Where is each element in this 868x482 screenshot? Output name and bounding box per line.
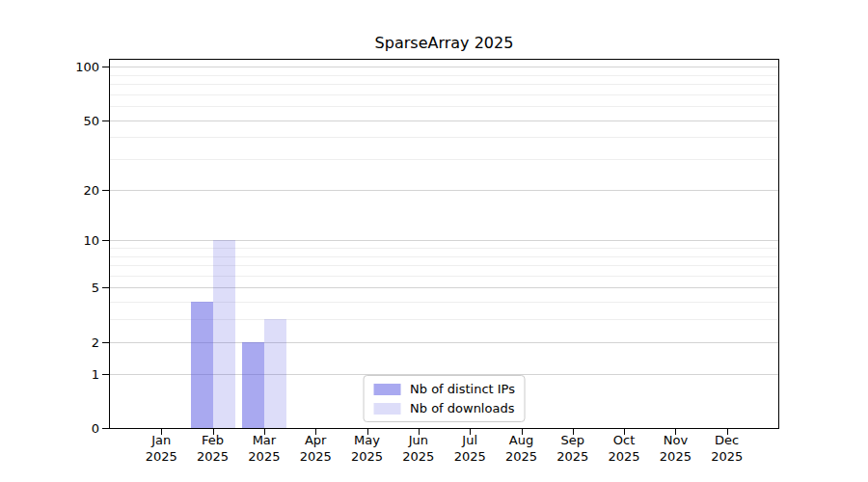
x-tick-year: 2025 <box>300 448 332 465</box>
major-gridline <box>110 240 778 241</box>
bar-mar-s0 <box>242 342 264 428</box>
bar-feb-s0 <box>191 302 213 428</box>
x-tick-month: Oct <box>609 432 640 448</box>
x-tick-label: Jan2025 <box>146 432 177 465</box>
y-tick-label: 10 <box>0 233 99 248</box>
x-tick-year: 2025 <box>248 448 280 465</box>
legend-swatch <box>373 403 400 415</box>
x-tick-label: Oct2025 <box>609 432 640 465</box>
major-gridline <box>110 190 778 191</box>
y-tick-mark <box>102 374 109 375</box>
x-tick-month: Feb <box>197 432 229 448</box>
y-tick-mark <box>102 67 109 67</box>
y-tick-mark <box>102 428 109 429</box>
x-tick-month: Sep <box>556 432 588 448</box>
x-tick-label: Apr2025 <box>300 432 332 465</box>
x-tick-month: Dec <box>711 432 743 448</box>
x-tick-year: 2025 <box>609 448 640 465</box>
minor-gridline <box>110 137 778 138</box>
x-tick-year: 2025 <box>197 448 229 465</box>
y-tick-label: 100 <box>0 60 99 74</box>
x-tick-year: 2025 <box>711 448 743 465</box>
x-tick-year: 2025 <box>146 448 177 465</box>
x-tick-label: Sep2025 <box>556 432 588 465</box>
x-tick-label: Mar2025 <box>248 432 280 465</box>
chart-title: SparseArray 2025 <box>109 34 779 52</box>
x-tick-year: 2025 <box>660 448 692 465</box>
x-tick-label: Aug2025 <box>505 432 537 465</box>
x-tick-month: Aug <box>505 432 537 448</box>
minor-gridline <box>110 75 778 76</box>
x-tick-month: Nov <box>660 432 692 448</box>
y-tick-label: 2 <box>0 335 99 349</box>
legend-label: Nb of distinct IPs <box>410 382 515 396</box>
minor-gridline <box>110 248 778 249</box>
major-gridline <box>110 287 778 288</box>
y-tick-label: 0 <box>0 421 99 436</box>
x-tick-label: Feb2025 <box>197 432 229 465</box>
minor-gridline <box>110 106 778 107</box>
bar-feb-s1 <box>213 240 235 428</box>
minor-gridline <box>110 256 778 257</box>
y-tick-label: 5 <box>0 281 99 295</box>
minor-gridline <box>110 159 778 160</box>
chart-figure: SparseArray 2025 Nb of distinct IPsNb of… <box>0 0 868 482</box>
legend-entry: Nb of downloads <box>373 401 515 415</box>
minor-gridline <box>110 84 778 85</box>
y-tick-mark <box>102 120 109 121</box>
minor-gridline <box>110 265 778 266</box>
x-tick-month: Jul <box>454 432 486 448</box>
y-tick-mark <box>102 342 109 343</box>
minor-gridline <box>110 94 778 95</box>
x-tick-month: May <box>351 432 383 448</box>
x-tick-year: 2025 <box>454 448 486 465</box>
y-tick-mark <box>102 240 109 241</box>
x-tick-label: May2025 <box>351 432 383 465</box>
y-tick-mark <box>102 190 109 191</box>
x-tick-label: Dec2025 <box>711 432 743 465</box>
legend-swatch <box>373 384 400 395</box>
x-tick-month: Mar <box>248 432 280 448</box>
x-tick-year: 2025 <box>402 448 434 465</box>
y-tick-label: 20 <box>0 182 99 197</box>
major-gridline <box>110 120 778 121</box>
x-tick-year: 2025 <box>351 448 383 465</box>
x-tick-label: Nov2025 <box>660 432 692 465</box>
legend-entry: Nb of distinct IPs <box>373 382 515 396</box>
y-tick-mark <box>102 287 109 288</box>
legend: Nb of distinct IPsNb of downloads <box>363 375 526 422</box>
legend-label: Nb of downloads <box>410 401 514 415</box>
x-tick-label: Jun2025 <box>402 432 434 465</box>
x-tick-month: Apr <box>300 432 332 448</box>
x-tick-year: 2025 <box>556 448 588 465</box>
plot-area: Nb of distinct IPsNb of downloads <box>109 59 779 429</box>
major-gridline <box>110 67 778 67</box>
x-tick-year: 2025 <box>505 448 537 465</box>
y-tick-label: 1 <box>0 366 99 381</box>
x-tick-month: Jun <box>402 432 434 448</box>
x-tick-label: Jul2025 <box>454 432 486 465</box>
y-tick-label: 50 <box>0 113 99 127</box>
minor-gridline <box>110 276 778 277</box>
bar-mar-s1 <box>264 319 286 428</box>
x-tick-month: Jan <box>146 432 177 448</box>
